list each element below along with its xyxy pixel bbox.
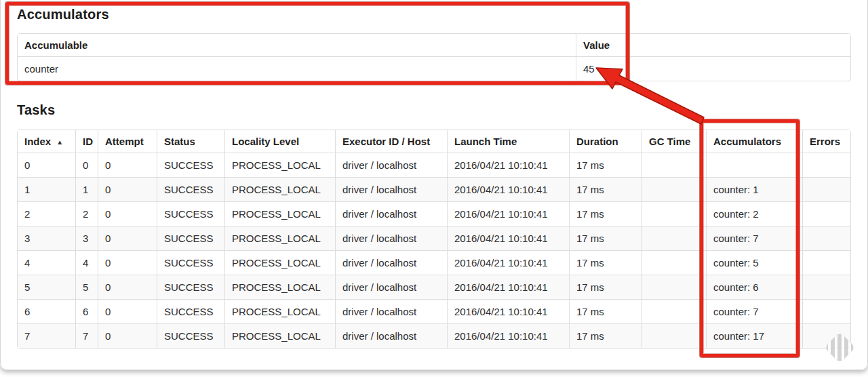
task-duration-cell: 17 ms xyxy=(569,226,642,250)
task-gc-time-cell xyxy=(642,323,706,348)
task-index-cell: 7 xyxy=(18,323,75,348)
task-duration-cell: 17 ms xyxy=(569,299,642,323)
task-accumulators-cell: counter: 2 xyxy=(706,201,802,226)
task-launch-time-cell: 2016/04/21 10:10:41 xyxy=(447,250,569,275)
task-executor-cell: driver / localhost xyxy=(335,275,447,299)
task-accumulators-cell: counter: 6 xyxy=(706,275,802,299)
task-index-cell: 4 xyxy=(18,250,75,275)
task-errors-cell xyxy=(802,153,850,177)
task-attempt-cell: 0 xyxy=(98,299,157,323)
task-attempt-cell: 0 xyxy=(98,275,157,299)
task-row: 7 7 0 SUCCESS PROCESS_LOCAL driver / loc… xyxy=(18,323,850,348)
task-launch-time-cell: 2016/04/21 10:10:41 xyxy=(447,323,569,348)
task-duration-cell: 17 ms xyxy=(569,153,642,177)
task-status-cell: SUCCESS xyxy=(157,177,224,201)
task-id-cell: 2 xyxy=(75,201,98,226)
task-errors-cell xyxy=(802,177,850,201)
task-gc-time-cell xyxy=(642,201,706,226)
task-row: 4 4 0 SUCCESS PROCESS_LOCAL driver / loc… xyxy=(18,250,850,275)
task-accumulators-cell: counter: 17 xyxy=(706,323,802,348)
column-header-locality-level[interactable]: Locality Level xyxy=(224,130,335,153)
column-header-accumulable[interactable]: Accumulable xyxy=(18,34,576,56)
task-errors-cell xyxy=(802,201,850,226)
column-header-attempt[interactable]: Attempt xyxy=(98,130,157,153)
task-executor-cell: driver / localhost xyxy=(335,153,447,177)
task-row: 6 6 0 SUCCESS PROCESS_LOCAL driver / loc… xyxy=(18,299,850,323)
task-duration-cell: 17 ms xyxy=(569,323,642,348)
task-status-cell: SUCCESS xyxy=(157,323,224,348)
task-attempt-cell: 0 xyxy=(98,153,157,177)
task-id-cell: 5 xyxy=(75,275,98,299)
task-accumulators-cell xyxy=(706,153,802,177)
task-index-cell: 1 xyxy=(18,177,75,201)
task-status-cell: SUCCESS xyxy=(157,299,224,323)
task-gc-time-cell xyxy=(642,275,706,299)
accumulators-section-title: Accumulators xyxy=(17,7,109,22)
task-id-cell: 0 xyxy=(75,153,98,177)
task-attempt-cell: 0 xyxy=(98,323,157,348)
task-gc-time-cell xyxy=(642,153,706,177)
tasks-table: Index▲ ID Attempt Status Locality Level … xyxy=(17,130,850,349)
column-header-executor-id-host[interactable]: Executor ID / Host xyxy=(335,130,447,153)
task-id-cell: 1 xyxy=(75,177,98,201)
task-locality-cell: PROCESS_LOCAL xyxy=(224,275,335,299)
task-status-cell: SUCCESS xyxy=(157,275,224,299)
task-launch-time-cell: 2016/04/21 10:10:41 xyxy=(447,201,569,226)
tasks-table-header-row: Index▲ ID Attempt Status Locality Level … xyxy=(18,130,850,153)
task-index-cell: 6 xyxy=(18,299,75,323)
task-status-cell: SUCCESS xyxy=(157,201,224,226)
sort-ascending-icon: ▲ xyxy=(56,138,63,146)
column-header-value[interactable]: Value xyxy=(576,34,850,56)
column-header-index[interactable]: Index▲ xyxy=(18,130,75,153)
task-attempt-cell: 0 xyxy=(98,201,157,226)
task-locality-cell: PROCESS_LOCAL xyxy=(224,201,335,226)
accumulators-table-header-row: Accumulable Value xyxy=(18,34,850,56)
task-status-cell: SUCCESS xyxy=(157,226,224,250)
column-header-launch-time[interactable]: Launch Time xyxy=(447,130,569,153)
accumulator-row: counter 45 xyxy=(18,56,850,81)
task-locality-cell: PROCESS_LOCAL xyxy=(224,226,335,250)
task-accumulators-cell: counter: 7 xyxy=(706,226,802,250)
task-launch-time-cell: 2016/04/21 10:10:41 xyxy=(447,275,569,299)
task-id-cell: 4 xyxy=(75,250,98,275)
accumulable-value-cell: 45 xyxy=(576,56,850,81)
task-accumulators-cell: counter: 1 xyxy=(706,177,802,201)
task-executor-cell: driver / localhost xyxy=(335,226,447,250)
task-locality-cell: PROCESS_LOCAL xyxy=(224,299,335,323)
task-duration-cell: 17 ms xyxy=(569,201,642,226)
task-locality-cell: PROCESS_LOCAL xyxy=(224,323,335,348)
task-duration-cell: 17 ms xyxy=(569,177,642,201)
task-duration-cell: 17 ms xyxy=(569,250,642,275)
task-row: 2 2 0 SUCCESS PROCESS_LOCAL driver / loc… xyxy=(18,201,850,226)
task-index-cell: 5 xyxy=(18,275,75,299)
task-executor-cell: driver / localhost xyxy=(335,323,447,348)
task-executor-cell: driver / localhost xyxy=(335,299,447,323)
task-accumulators-cell: counter: 5 xyxy=(706,250,802,275)
task-id-cell: 6 xyxy=(75,299,98,323)
task-attempt-cell: 0 xyxy=(98,177,157,201)
accumulators-table: Accumulable Value counter 45 xyxy=(17,33,850,81)
column-header-gc-time[interactable]: GC Time xyxy=(642,130,706,153)
task-index-cell: 0 xyxy=(18,153,75,177)
task-locality-cell: PROCESS_LOCAL xyxy=(224,177,335,201)
task-row: 1 1 0 SUCCESS PROCESS_LOCAL driver / loc… xyxy=(18,177,850,201)
column-header-status[interactable]: Status xyxy=(157,130,224,153)
task-errors-cell xyxy=(802,226,850,250)
task-errors-cell xyxy=(802,275,850,299)
column-header-accumulators[interactable]: Accumulators xyxy=(706,130,802,153)
task-errors-cell xyxy=(802,250,850,275)
task-launch-time-cell: 2016/04/21 10:10:41 xyxy=(447,153,569,177)
column-header-errors[interactable]: Errors xyxy=(802,130,850,153)
column-header-id[interactable]: ID xyxy=(75,130,98,153)
task-status-cell: SUCCESS xyxy=(157,250,224,275)
task-status-cell: SUCCESS xyxy=(157,153,224,177)
task-gc-time-cell xyxy=(642,250,706,275)
task-executor-cell: driver / localhost xyxy=(335,250,447,275)
accumulable-name-cell: counter xyxy=(18,56,576,81)
task-index-cell: 3 xyxy=(18,226,75,250)
task-errors-cell xyxy=(802,299,850,323)
task-locality-cell: PROCESS_LOCAL xyxy=(224,250,335,275)
task-index-cell: 2 xyxy=(18,201,75,226)
column-header-duration[interactable]: Duration xyxy=(569,130,642,153)
task-row: 3 3 0 SUCCESS PROCESS_LOCAL driver / loc… xyxy=(18,226,850,250)
